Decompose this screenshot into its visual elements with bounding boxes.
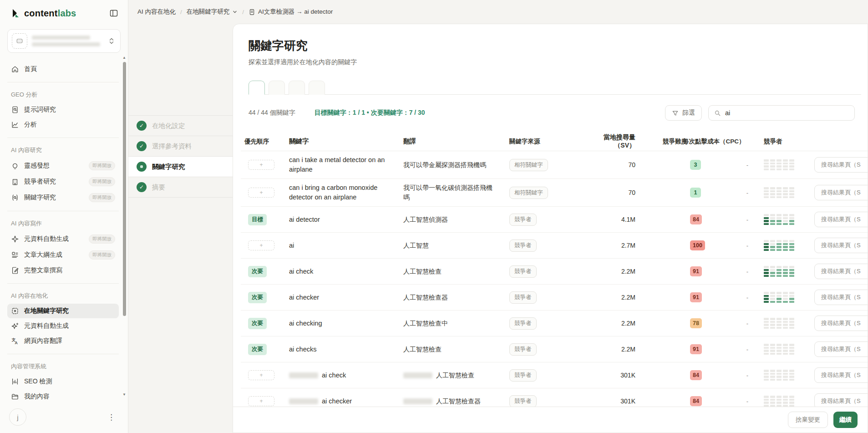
serp-button[interactable]: 搜尋結果頁（S <box>814 316 868 331</box>
step-row[interactable]: ✓ 摘要 <box>128 177 233 198</box>
step-label: 關鍵字研究 <box>152 163 185 171</box>
priority-cell: 次要 <box>241 318 289 329</box>
cpc-value: - <box>746 216 748 223</box>
search-volume: 70 <box>588 161 663 168</box>
cpc-value: - <box>746 189 748 196</box>
serp-button[interactable]: 搜尋結果頁（S <box>814 341 868 357</box>
coming-soon-badge: 即將開放 <box>89 161 115 170</box>
source-badge: 競爭者 <box>509 317 537 330</box>
serp-button[interactable]: 搜尋結果頁（S <box>814 238 868 253</box>
competitor-chart <box>764 266 806 277</box>
tab-2[interactable] <box>269 81 285 95</box>
source-badge: 競爭者 <box>509 214 537 226</box>
steps-list: ✓ 在地化設定 ✓ 選擇參考資料 關鍵字研究 ✓ 摘要 <box>128 115 233 198</box>
step-check-icon: ✓ <box>137 141 147 151</box>
sidebar-item-keyword-search[interactable]: 關鍵字研究 即將開放 <box>7 190 119 205</box>
sidebar-item-doc-search[interactable]: 提示詞研究 <box>7 102 119 117</box>
breadcrumb-item-3[interactable]: AI文章檢測器 → ai detector <box>249 8 333 16</box>
search-volume: 2.2M <box>588 294 663 301</box>
sidebar: contentlabs 首頁 GEO 分析 提示詞研究 分析 AI 內容研究 靈… <box>0 0 128 433</box>
chart-line-icon <box>11 121 19 129</box>
sidebar-nav: 首頁 GEO 分析 提示詞研究 分析 AI 內容研究 靈感發想 即將開放 競爭者… <box>0 58 122 399</box>
discard-button[interactable]: 捨棄變更 <box>788 412 828 428</box>
table-row: + ai 人工智慧 競爭者 2.7M 100 - 搜尋結果頁（S <box>241 233 868 259</box>
serp-button[interactable]: 搜尋結果頁（S <box>814 367 868 383</box>
breadcrumb-separator: / <box>242 9 244 15</box>
step-row[interactable]: ✓ 在地化設定 <box>128 116 233 136</box>
sidebar-item-local-keyword[interactable]: 在地關鍵字研究 <box>7 304 119 318</box>
redacted-text <box>289 372 318 378</box>
add-priority-button[interactable]: + <box>248 396 274 406</box>
serp-button[interactable]: 搜尋結果頁（S <box>814 212 868 227</box>
add-priority-button[interactable]: + <box>248 370 274 380</box>
tab-1[interactable] <box>249 81 265 95</box>
sidebar-item-folder[interactable]: 我的內容 <box>7 389 119 399</box>
chevron-down-icon <box>232 9 238 15</box>
step-current-icon <box>137 162 147 172</box>
kebab-menu-icon[interactable]: ⋮ <box>104 411 119 424</box>
sidebar-toggle-icon[interactable] <box>108 7 120 19</box>
filter-button[interactable]: 篩選 <box>665 105 702 121</box>
scroll-down-icon[interactable]: ▼ <box>122 392 126 397</box>
tab-4[interactable] <box>309 81 325 95</box>
sidebar-item-chart-line[interactable]: 分析 <box>7 117 119 132</box>
table-row: + ai check 人工智慧檢查 競爭者 301K 84 - 搜尋結果頁（S <box>241 362 868 388</box>
search-volume: 2.2M <box>588 268 663 275</box>
tab-3[interactable] <box>289 81 305 95</box>
step-row[interactable]: 關鍵字研究 <box>128 157 233 177</box>
add-priority-button[interactable]: + <box>248 188 274 198</box>
scrollbar-thumb[interactable] <box>123 62 126 316</box>
priority-badge: 次要 <box>248 344 267 355</box>
priority-cell: 次要 <box>241 292 289 303</box>
priority-cell: 次要 <box>241 266 289 277</box>
continue-button[interactable]: 繼續 <box>833 412 858 428</box>
difficulty-badge: 91 <box>690 344 702 354</box>
user-avatar[interactable]: j <box>9 408 26 426</box>
keyword-text: can i take a metal detector on an airpla… <box>289 155 395 174</box>
sidebar-item-pencil-doc[interactable]: 完整文章撰寫 <box>7 263 119 278</box>
page-title: 關鍵字研究 <box>249 38 868 54</box>
sidebar-item-translate[interactable]: 文A 網頁內容翻譯 <box>7 334 119 348</box>
seo-bars-icon <box>11 377 19 386</box>
competitor-chart <box>764 240 806 251</box>
breadcrumb-item-1[interactable]: AI 內容在地化 <box>137 8 176 16</box>
breadcrumb-item-2-dropdown[interactable]: 在地關鍵字研究 <box>187 8 238 16</box>
pencil-doc-icon <box>11 266 19 275</box>
sidebar-item-sparkle-plus[interactable]: 元資料自動生成 <box>7 319 119 333</box>
sidebar-item-home[interactable]: 首頁 <box>7 62 119 76</box>
step-row[interactable]: ✓ 選擇參考資料 <box>128 136 233 157</box>
serp-button[interactable]: 搜尋結果頁（S <box>814 157 868 173</box>
sidebar-item-outline[interactable]: 文章大綱生成 即將開放 <box>7 247 119 263</box>
add-priority-button[interactable]: + <box>248 160 274 170</box>
keyword-text: ai checker <box>289 293 319 302</box>
difficulty-badge: 3 <box>690 160 701 170</box>
difficulty-badge: 91 <box>690 266 702 276</box>
search-input[interactable] <box>725 109 849 117</box>
serp-button[interactable]: 搜尋結果頁（S <box>814 393 868 407</box>
sparkle-icon <box>11 235 19 243</box>
translation-text: 人工智慧 <box>403 241 429 250</box>
competitor-chart <box>764 344 806 355</box>
tabs <box>249 80 861 95</box>
priority-badge: 次要 <box>248 292 267 303</box>
sidebar-item-idea[interactable]: 靈感發想 即將開放 <box>7 158 119 173</box>
source-badge: 競爭者 <box>509 239 537 252</box>
step-check-icon: ✓ <box>137 182 147 192</box>
serp-button[interactable]: 搜尋結果頁（S <box>814 185 868 200</box>
priority-badge: 次要 <box>248 318 267 329</box>
coming-soon-badge: 即將開放 <box>89 177 115 186</box>
sidebar-item-seo-bars[interactable]: SEO 檢測 <box>7 374 119 389</box>
sidebar-item-building[interactable]: 競爭者研究 即將開放 <box>7 174 119 189</box>
project-selector[interactable] <box>7 29 121 53</box>
source-badge: 相符關鍵字 <box>509 187 548 199</box>
serp-button[interactable]: 搜尋結果頁（S <box>814 264 868 279</box>
sidebar-item-sparkle[interactable]: 元資料自動生成 即將開放 <box>7 231 119 247</box>
sidebar-scrollbar[interactable]: ▲ ▼ <box>122 56 127 397</box>
priority-cell: + <box>241 396 289 406</box>
scroll-up-icon[interactable]: ▲ <box>122 56 126 60</box>
table-body: + can i take a metal detector on an airp… <box>241 151 868 407</box>
serp-button[interactable]: 搜尋結果頁（S <box>814 290 868 305</box>
add-priority-button[interactable]: + <box>248 240 274 250</box>
app-logo[interactable]: contentlabs <box>12 8 76 19</box>
priority-badge: 目標 <box>248 214 267 225</box>
